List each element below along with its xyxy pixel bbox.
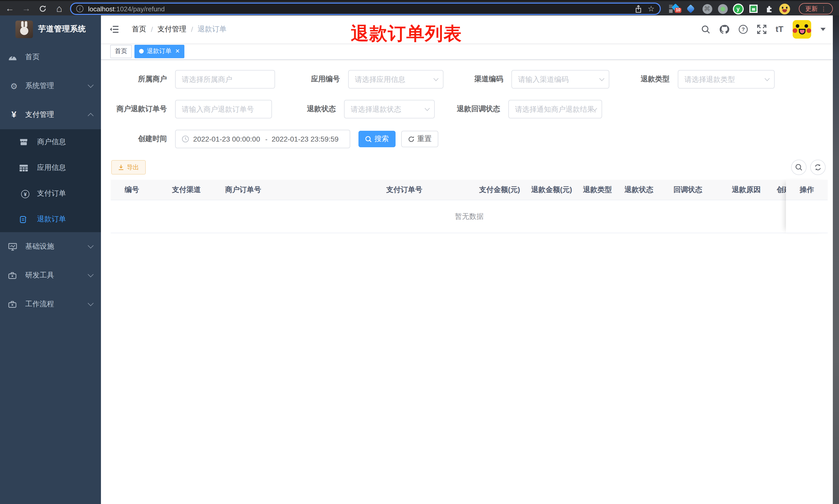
col-pay-order-no: 支付订单号 [379,180,473,200]
extension-y-icon[interactable]: y [732,1,744,17]
owner-input[interactable] [182,75,268,84]
merchant-refund-no-field[interactable] [175,100,272,119]
channel-select[interactable] [512,70,609,89]
page-content: 所属商户 应用编号 渠道编码 退款类型 商户退款订单号 [101,70,833,233]
avatar-dropdown-caret[interactable] [820,28,826,31]
range-start[interactable]: 2022-01-23 00:00:00 [193,135,261,143]
breadcrumb-pay[interactable]: 支付管理 [158,25,186,34]
pay-submenu: 商户信息 应用信息 ¥ 支付订单 退款订单 [0,129,101,232]
sidebar-item-refund-order[interactable]: 退款订单 [0,206,101,232]
refresh-icon [408,136,415,142]
col-create-time-clipped: 创建时间 [777,180,786,200]
sidebar-collapse-button[interactable] [110,25,119,34]
refund-status-select[interactable] [344,100,435,119]
chevron-down-icon [88,243,94,249]
merchant-refund-no-input[interactable] [182,105,265,113]
sidebar-item-devtools[interactable]: 研发工具 [0,261,101,290]
extension-dot-icon[interactable] [717,1,728,17]
reset-button[interactable]: 重置 [401,131,438,147]
tag-close-icon[interactable]: ✕ [175,48,180,55]
help-icon[interactable]: ? [738,25,748,34]
channel-select-input[interactable] [518,75,603,84]
browser-toolbar: ← → ⌂ i localhost:1024/pay/refund ☆ 10 ⌘… [0,0,839,15]
filter-row-2: 商户退款订单号 退款状态 退款回调状态 [101,100,833,119]
url-bar[interactable]: i localhost:1024/pay/refund ☆ [70,3,661,15]
sidebar-item-app-info[interactable]: 应用信息 [0,155,101,181]
range-end[interactable]: 2022-01-23 23:59:59 [272,135,340,143]
yen-icon: ¥ [8,110,20,120]
table-toolbar: 导出 [101,160,833,175]
chevron-down-icon [88,300,94,306]
col-pay-amount: 支付金额(元) [473,180,526,200]
active-tag-dot [139,49,144,54]
browser-reload-button[interactable] [36,1,50,17]
notify-status-select-input[interactable] [515,105,595,113]
extension-chat-icon[interactable] [748,1,759,17]
bookmark-star-icon[interactable]: ☆ [648,4,655,13]
breadcrumb: 首页 / 支付管理 / 退款订单 [132,15,227,43]
toolbox-icon [8,272,20,279]
table-grid-icon [20,164,31,171]
refund-table: 编号 支付渠道 商户订单号 支付订单号 支付金额(元) 退款金额(元) 退款类型… [111,180,828,233]
col-actions: 操作 [786,180,828,200]
extension-diamond-icon[interactable]: 10 [667,1,680,17]
hide-search-button[interactable] [791,160,806,175]
extension-command-icon[interactable]: ⌘ [701,1,713,17]
sidebar-item-pay-order[interactable]: ¥ 支付订单 [0,181,101,206]
breadcrumb-home[interactable]: 首页 [132,25,146,34]
clock-icon [182,136,189,143]
notify-status-select[interactable] [508,100,602,119]
sidebar-item-merchant-info[interactable]: 商户信息 [0,129,101,155]
refund-type-select[interactable] [678,70,774,89]
browser-back-button[interactable]: ← [3,1,17,17]
profile-avatar-icon[interactable] [778,1,790,17]
extension-badge: 10 [675,8,681,13]
search-button[interactable]: 搜索 [358,131,395,147]
browser-update-button[interactable]: 更新 ⋮ [799,3,833,14]
fullscreen-icon[interactable] [757,25,766,34]
search-icon[interactable] [701,25,710,34]
site-info-icon[interactable]: i [76,5,84,12]
col-callback-status: 回调状态 [660,180,716,200]
app-title: 芋道管理系统 [38,24,86,34]
app-select[interactable] [348,70,444,89]
empty-placeholder: 暂无数据 [111,200,828,233]
refresh-icon [814,164,821,171]
sidebar-item-system[interactable]: ⚙ 系统管理 [0,72,101,101]
window-edge-strip [833,15,839,504]
app-select-input[interactable] [355,75,437,84]
yen-circle-icon: ¥ [20,189,31,198]
sidebar-logo[interactable]: 芋道管理系统 [0,15,101,43]
col-refund-amount: 退款金额(元) [526,180,577,200]
share-icon[interactable] [635,5,642,13]
col-channel: 支付渠道 [153,180,220,200]
sidebar-item-home[interactable]: 首页 [0,43,101,72]
filter-row-1: 所属商户 应用编号 渠道编码 退款类型 [101,70,833,89]
user-avatar[interactable] [793,20,811,39]
github-icon[interactable] [719,25,729,34]
tags-view-bar: 首页 退款订单 ✕ [101,43,833,60]
export-button[interactable]: 导出 [111,160,146,175]
chevron-up-icon [88,113,94,119]
app-header: 首页 / 支付管理 / 退款订单 退款订单列表 ? tT [101,15,833,43]
sidebar-item-infra[interactable]: 基础设施 [0,232,101,261]
create-time-range-picker[interactable]: 2022-01-23 00:00:00 - 2022-01-23 23:59:5… [175,130,350,148]
refund-type-select-input[interactable] [684,75,768,84]
extension-kite-icon[interactable] [685,1,696,17]
tag-refund-order[interactable]: 退款订单 ✕ [135,44,184,58]
extensions-puzzle-icon[interactable] [763,1,774,17]
browser-forward-button[interactable]: → [20,1,33,17]
font-size-icon[interactable]: tT [775,25,783,34]
browser-home-button[interactable]: ⌂ [53,1,66,17]
col-merchant-order-no: 商户订单号 [220,180,379,200]
sidebar-item-pay[interactable]: ¥ 支付管理 [0,101,101,129]
col-refund-reason: 退款原因 [716,180,777,200]
refund-status-select-input[interactable] [351,105,428,113]
owner-select[interactable] [175,70,275,89]
refresh-table-button[interactable] [810,160,826,175]
table-header-row: 编号 支付渠道 商户订单号 支付订单号 支付金额(元) 退款金额(元) 退款类型… [111,180,828,200]
main-area: 首页 / 支付管理 / 退款订单 退款订单列表 ? tT 首页 退款订单 ✕ [101,15,833,504]
kebab-menu-icon[interactable]: ⋮ [821,5,826,12]
tag-home[interactable]: 首页 [110,44,132,58]
sidebar-item-workflow[interactable]: 工作流程 [0,290,101,319]
